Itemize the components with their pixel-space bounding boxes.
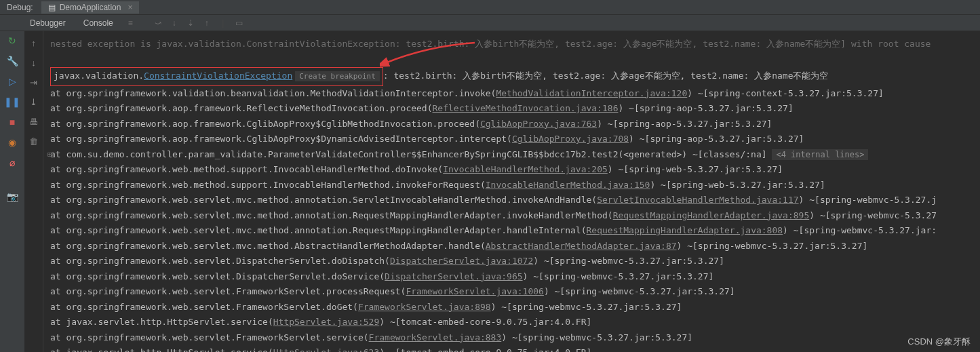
modify-icon[interactable]: 🔧: [7, 56, 18, 66]
stack-frame: at org.springframework.web.method.suppor…: [50, 178, 980, 193]
stack-frame: at org.springframework.web.servlet.Frame…: [50, 284, 980, 300]
exception-class-link[interactable]: ConstraintViolationException: [144, 71, 292, 81]
stack-frame: at org.springframework.web.servlet.Dispa…: [50, 269, 980, 285]
step-over-icon[interactable]: ⤻: [153, 18, 163, 28]
source-link[interactable]: RequestMappingHandlerAdapter.java:808: [587, 225, 783, 235]
console-actions-gutter: ↑ ↓ ⇥ ⤓ 🖶 🗑: [24, 31, 43, 352]
print-icon[interactable]: 🖶: [29, 117, 38, 127]
debug-actions-gutter: ↻ 🔧 ▷ ❚❚ ■ ◉ ⌀ 📷: [0, 31, 24, 352]
step-out-icon[interactable]: ↑: [202, 18, 212, 28]
nested-exception-line: nested exception is javax.validation.Con…: [50, 37, 980, 52]
source-link[interactable]: ServletInvocableHandlerMethod.java:117: [597, 195, 798, 205]
debug-tabs: Debugger Console ≡ ⤻ ↓ ⇣ ↑ | ▭: [0, 15, 980, 31]
stack-frame: at org.springframework.web.servlet.Frame…: [50, 300, 980, 315]
stack-frame: at org.springframework.aop.framework.Cgl…: [50, 117, 980, 132]
source-link[interactable]: HttpServlet.java:529: [273, 317, 380, 327]
source-link[interactable]: CglibAopProxy.java:708: [512, 134, 629, 144]
source-link[interactable]: RequestMappingHandlerAdapter.java:895: [613, 210, 810, 220]
scroll-end-icon[interactable]: ⤓: [30, 97, 37, 107]
exception-message: : test2.birth: 入参birth不能为空, test2.age: 入…: [383, 71, 829, 81]
debug-titlebar: Debug: ▤ DemoApplication ×: [0, 0, 980, 15]
stack-frame: ⊞ at com.su.demo.controller.param_valida…: [50, 147, 980, 163]
step-into-icon[interactable]: ↓: [170, 18, 179, 28]
force-into-icon[interactable]: ⇣: [186, 18, 195, 28]
tab-debugger[interactable]: Debugger: [27, 18, 68, 28]
stack-frame: at org.springframework.web.servlet.mvc.m…: [50, 208, 980, 224]
source-link[interactable]: InvocableHandlerMethod.java:205: [443, 164, 608, 174]
runconfig-tab[interactable]: ▤ DemoApplication ×: [41, 1, 140, 14]
down-icon[interactable]: ↓: [31, 58, 36, 68]
stack-frame: at org.springframework.web.servlet.mvc.m…: [50, 239, 980, 254]
mute-breakpoints-icon[interactable]: ⌀: [9, 157, 15, 168]
exception-line: javax.validation.ConstraintViolationExce…: [50, 67, 980, 86]
stack-frame: at org.springframework.validation.beanva…: [50, 86, 980, 102]
close-icon[interactable]: ×: [128, 3, 132, 12]
source-link[interactable]: DispatcherServlet.java:965: [385, 271, 523, 281]
source-link[interactable]: DispatcherServlet.java:1072: [390, 256, 533, 266]
debug-label: Debug:: [7, 3, 33, 12]
runconfig-name: DemoApplication: [60, 3, 121, 12]
stack-frame: at javax.servlet.http.HttpServlet.servic…: [50, 345, 980, 352]
stack-frame: at org.springframework.web.servlet.Dispa…: [50, 254, 980, 269]
evaluate-icon[interactable]: ▭: [235, 18, 244, 28]
pause-icon[interactable]: ❚❚: [4, 96, 20, 107]
stack-frame: at org.springframework.aop.framework.Ref…: [50, 101, 980, 117]
rerun-icon[interactable]: ↻: [8, 35, 16, 46]
source-link[interactable]: FrameworkServlet.java:1006: [406, 286, 544, 296]
soft-wrap-icon[interactable]: ⇥: [30, 77, 37, 87]
source-link[interactable]: AbstractHandlerMethodAdapter.java:87: [486, 241, 677, 251]
view-breakpoints-icon[interactable]: ◉: [8, 137, 16, 148]
runconfig-icon: ▤: [48, 3, 56, 12]
exception-prefix: javax.validation.: [54, 71, 144, 81]
stack-frame: at javax.servlet.http.HttpServlet.servic…: [50, 315, 980, 330]
tab-console[interactable]: Console: [81, 18, 116, 28]
stack-frame: at org.springframework.web.servlet.Frame…: [50, 330, 980, 346]
create-breakpoint-button[interactable]: Create breakpoint: [295, 71, 380, 81]
clear-icon[interactable]: 🗑: [29, 136, 38, 146]
resume-icon[interactable]: ▷: [9, 76, 16, 87]
source-link[interactable]: FrameworkServlet.java:898: [358, 302, 491, 312]
stack-frame: at org.springframework.web.servlet.mvc.m…: [50, 223, 980, 239]
source-link[interactable]: InvocableHandlerMethod.java:150: [486, 180, 650, 190]
source-link[interactable]: ReflectiveMethodInvocation.java:186: [433, 103, 619, 113]
camera-icon[interactable]: 📷: [7, 191, 18, 202]
up-icon[interactable]: ↑: [31, 38, 36, 48]
source-link[interactable]: HttpServlet.java:623: [273, 347, 380, 352]
source-link[interactable]: CglibAopProxy.java:763: [480, 119, 597, 129]
stack-frame: at org.springframework.web.method.suppor…: [50, 162, 980, 178]
stack-frame: at org.springframework.aop.framework.Cgl…: [50, 132, 980, 147]
source-link[interactable]: MethodValidationInterceptor.java:120: [496, 88, 687, 98]
stack-frame: at org.springframework.web.servlet.mvc.m…: [50, 193, 980, 208]
expand-icon[interactable]: ⊞: [47, 147, 52, 163]
source-link[interactable]: FrameworkServlet.java:883: [369, 332, 502, 343]
stop-icon[interactable]: ■: [9, 117, 15, 128]
console-toolbar: ⤻ ↓ ⇣ ↑ | ▭: [153, 18, 244, 28]
internal-lines-badge[interactable]: <4 internal lines>: [772, 149, 868, 160]
console-output[interactable]: nested exception is javax.validation.Con…: [43, 31, 980, 352]
watermark: CSDN @象牙酥: [907, 336, 971, 348]
